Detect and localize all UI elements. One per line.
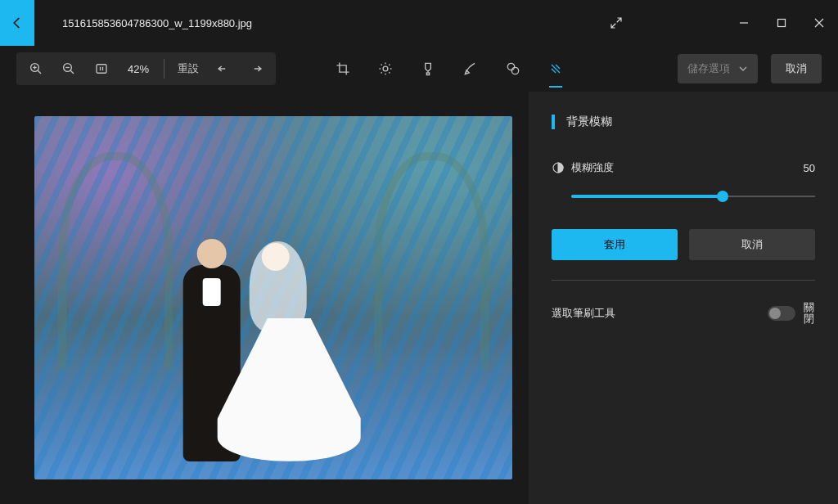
svg-line-3 <box>38 70 41 74</box>
strength-label-group: 模糊強度 <box>552 160 614 175</box>
main-area: 背景模糊 模糊強度 50 套用 取消 選取筆刷工具 關閉 <box>0 92 838 504</box>
undo-icon <box>216 61 231 76</box>
expand-icon <box>609 16 624 30</box>
tool-group <box>330 50 569 88</box>
side-panel: 背景模糊 模糊強度 50 套用 取消 選取筆刷工具 關閉 <box>529 92 838 504</box>
titlebar: 151615853604786300_w_1199x880.jpg <box>0 0 838 46</box>
reset-button[interactable]: 重設 <box>169 61 207 76</box>
slider-thumb[interactable] <box>717 191 728 202</box>
fit-screen-icon <box>94 61 109 76</box>
zoom-out-button[interactable] <box>52 52 85 85</box>
brush-tool[interactable] <box>415 50 441 88</box>
maximize-button[interactable] <box>763 7 800 39</box>
brush-tool-row: 選取筆刷工具 關閉 <box>552 302 815 326</box>
zoom-group: 42% 重設 <box>16 52 276 85</box>
draw-tool[interactable] <box>457 50 484 88</box>
svg-point-14 <box>512 67 519 74</box>
svg-point-13 <box>508 63 515 70</box>
effects-icon <box>505 61 521 77</box>
apply-button[interactable]: 套用 <box>552 229 678 260</box>
minimize-icon <box>739 18 749 28</box>
draw-icon <box>462 61 479 77</box>
panel-title-accent <box>552 115 555 129</box>
svg-point-12 <box>383 66 388 71</box>
zoom-value: 42% <box>118 63 159 75</box>
fit-screen-button[interactable] <box>85 52 118 85</box>
strength-slider[interactable] <box>571 188 815 205</box>
zoom-in-button[interactable] <box>20 52 52 85</box>
panel-title: 背景模糊 <box>566 115 612 129</box>
strength-row: 模糊強度 50 <box>552 160 815 175</box>
svg-rect-9 <box>97 65 106 74</box>
toolbar: 42% 重設 儲存選項 取消 <box>0 46 838 92</box>
image-preview[interactable] <box>34 116 512 479</box>
window-controls <box>725 7 838 39</box>
arrow-left-icon <box>10 16 25 30</box>
expand-button[interactable] <box>597 0 635 46</box>
window-filename: 151615853604786300_w_1199x880.jpg <box>62 17 252 29</box>
blur-tool[interactable] <box>543 50 569 88</box>
effects-tool[interactable] <box>500 50 526 88</box>
crop-tool[interactable] <box>330 50 356 88</box>
maximize-icon <box>777 18 786 28</box>
save-options-dropdown[interactable]: 儲存選項 <box>678 54 758 83</box>
toggle-state-label: 關閉 <box>804 302 815 326</box>
undo-button[interactable] <box>207 52 240 85</box>
chevron-down-icon <box>738 64 748 74</box>
brush-toggle[interactable] <box>768 306 795 321</box>
panel-button-row: 套用 取消 <box>552 229 815 260</box>
brush-toggle-group: 關閉 <box>768 302 815 326</box>
toggle-knob <box>769 308 781 319</box>
contrast-icon <box>552 161 565 174</box>
panel-title-row: 背景模糊 <box>552 115 815 129</box>
cancel-top-button[interactable]: 取消 <box>771 54 822 83</box>
brush-icon <box>420 61 436 77</box>
strength-value: 50 <box>804 162 815 174</box>
crop-icon <box>335 61 351 77</box>
close-button[interactable] <box>800 7 838 39</box>
svg-rect-1 <box>778 20 786 27</box>
save-options-label: 儲存選項 <box>687 61 730 76</box>
back-button[interactable] <box>0 0 34 46</box>
close-icon <box>814 18 824 28</box>
canvas-area <box>0 92 529 504</box>
brush-tool-label: 選取筆刷工具 <box>552 306 615 321</box>
adjust-tool[interactable] <box>372 50 399 88</box>
divider <box>164 59 164 79</box>
svg-line-7 <box>70 70 74 74</box>
blur-icon <box>547 61 564 77</box>
zoom-out-icon <box>61 61 76 76</box>
zoom-in-icon <box>29 61 43 76</box>
minimize-button[interactable] <box>725 7 763 39</box>
redo-button[interactable] <box>240 52 273 85</box>
strength-label: 模糊強度 <box>571 160 614 175</box>
redo-icon <box>249 61 264 76</box>
divider <box>552 280 815 281</box>
slider-fill <box>571 195 723 198</box>
panel-cancel-button[interactable]: 取消 <box>689 229 815 260</box>
brightness-icon <box>377 61 394 77</box>
